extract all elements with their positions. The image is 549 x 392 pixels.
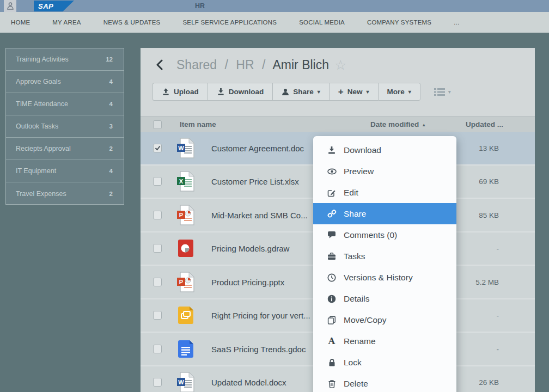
- page-body: Training Activities 12 Approve Goals 4 T…: [0, 33, 549, 392]
- gdoc-file-icon: [175, 340, 196, 358]
- menu-item-label: Details: [344, 294, 369, 304]
- favorite-star-icon[interactable]: ☆: [334, 58, 346, 72]
- file-name[interactable]: Pricing Models.gdraw: [211, 244, 289, 253]
- file-size: -: [497, 345, 499, 353]
- upload-button[interactable]: Upload: [152, 83, 208, 101]
- count-badge: 3: [109, 123, 113, 130]
- share-button[interactable]: Share ▾: [272, 83, 329, 101]
- download-button[interactable]: Download: [208, 83, 273, 101]
- more-button[interactable]: More ▾: [378, 83, 420, 101]
- upload-label: Upload: [174, 88, 199, 96]
- download-icon: [327, 146, 337, 155]
- menu-item-share[interactable]: Share: [313, 203, 456, 224]
- toolbar: Upload Download Share ▾ +: [152, 83, 451, 101]
- check-icon: [155, 145, 161, 151]
- row-checkbox[interactable]: [153, 345, 162, 353]
- menu-item-comments[interactable]: Comments (0): [313, 224, 456, 246]
- user-button[interactable]: [4, 0, 16, 12]
- link-icon: [327, 209, 337, 218]
- sort-asc-icon: ▲: [422, 122, 426, 127]
- sidebar-item-label: TIME Attendance: [16, 100, 68, 108]
- sidebar-item-label: Reciepts Approval: [16, 145, 71, 152]
- row-checkbox[interactable]: [153, 244, 162, 253]
- select-all-checkbox[interactable]: [153, 120, 162, 129]
- column-header-updated[interactable]: Updated ...: [466, 117, 503, 132]
- file-context-menu: Download Preview Edit Share: [313, 136, 456, 392]
- count-badge: 4: [109, 78, 113, 85]
- row-checkbox[interactable]: [153, 311, 162, 320]
- nav-item-social-media[interactable]: SOCIAL MEDIA: [299, 19, 345, 26]
- word-file-icon: W: [175, 138, 196, 158]
- menu-item-rename[interactable]: A Rename: [313, 330, 456, 352]
- row-checkbox[interactable]: [153, 211, 162, 219]
- menu-item-tasks[interactable]: Tasks: [313, 246, 456, 267]
- breadcrumb-current-folder: Amir Blich: [272, 58, 329, 72]
- menu-item-lock[interactable]: Lock: [313, 352, 456, 373]
- breadcrumb-separator: /: [225, 58, 228, 72]
- edit-icon: [327, 188, 337, 197]
- sidebar-item-training-activities[interactable]: Training Activities 12: [6, 48, 124, 71]
- menu-item-delete[interactable]: Delete: [313, 373, 456, 392]
- file-name[interactable]: Customer Price List.xlsx: [211, 177, 299, 186]
- word-file-icon: W: [175, 372, 196, 392]
- file-name[interactable]: Updated Model.docx: [211, 378, 286, 387]
- briefcase-icon: [327, 252, 337, 260]
- nav-item-home[interactable]: HOME: [11, 19, 30, 26]
- nav-item-self-service[interactable]: SELF SERVICE APPLICATIONS: [182, 19, 277, 26]
- row-checkbox[interactable]: [153, 177, 162, 186]
- plus-icon: +: [338, 87, 344, 97]
- row-checkbox[interactable]: [153, 278, 162, 286]
- more-label: More: [387, 88, 405, 96]
- menu-item-label: Tasks: [344, 252, 365, 261]
- sidebar-item-outlook-tasks[interactable]: Outlook Tasks 3: [6, 115, 124, 138]
- file-size: 69 KB: [479, 177, 499, 186]
- sidebar-item-label: Approve Goals: [16, 78, 61, 85]
- count-badge: 4: [109, 101, 113, 107]
- share-label: Share: [293, 88, 314, 96]
- svg-text:W: W: [178, 379, 184, 385]
- sidebar-item-approve-goals[interactable]: Approve Goals 4: [6, 71, 124, 93]
- menu-item-details[interactable]: Details: [313, 288, 456, 309]
- caret-down-icon: ▾: [408, 89, 411, 95]
- comment-icon: [327, 231, 337, 239]
- menu-item-download[interactable]: Download: [313, 139, 456, 161]
- file-size: 5.2 MB: [475, 278, 499, 286]
- sidebar-item-travel-expenses[interactable]: Travel Expenses 2: [6, 182, 124, 205]
- column-header-item-name[interactable]: Item name: [180, 117, 216, 132]
- file-name[interactable]: SaaS Pricing Trends.gdoc: [211, 344, 306, 353]
- menu-item-preview[interactable]: Preview: [313, 161, 456, 182]
- file-name[interactable]: Mid-Market and SMB Co...: [211, 210, 308, 219]
- menu-item-edit[interactable]: Edit: [313, 182, 456, 203]
- row-checkbox[interactable]: [153, 144, 162, 152]
- row-checkbox[interactable]: [153, 378, 162, 387]
- sidebar-item-label: Training Activities: [16, 56, 69, 63]
- breadcrumb-shared[interactable]: Shared: [176, 58, 217, 72]
- info-icon: [327, 295, 337, 303]
- nav-item-overflow[interactable]: ...: [454, 19, 459, 26]
- person-icon: [7, 2, 14, 10]
- back-button[interactable]: [156, 58, 170, 72]
- file-name[interactable]: Right Pricing for your vert...: [211, 311, 310, 320]
- file-size: 85 KB: [479, 211, 499, 219]
- new-button[interactable]: + New ▾: [329, 83, 378, 101]
- nav-item-company-systems[interactable]: COMPANY SYSTEMS: [367, 19, 431, 26]
- share-person-icon: [282, 88, 289, 96]
- count-badge: 2: [109, 191, 113, 197]
- column-header-date-modified[interactable]: Date modified▲: [370, 117, 426, 133]
- file-size: 26 KB: [479, 378, 499, 387]
- nav-item-news-updates[interactable]: NEWS & UPDATES: [103, 19, 161, 26]
- breadcrumb-hr[interactable]: HR: [236, 58, 254, 72]
- file-name[interactable]: Customer Agreement.doc: [211, 143, 304, 152]
- sidebar-item-reciepts-approval[interactable]: Reciepts Approval 2: [6, 138, 124, 160]
- sidebar-item-time-attendance[interactable]: TIME Attendance 4: [6, 93, 124, 115]
- file-name[interactable]: Product Pricing.pptx: [211, 277, 284, 286]
- nav-item-my-area[interactable]: MY AREA: [52, 19, 81, 26]
- count-badge: 2: [109, 145, 113, 152]
- list-view-toggle[interactable]: ▾: [434, 88, 451, 96]
- caret-down-icon: ▾: [367, 89, 369, 95]
- sidebar-item-it-equipment[interactable]: IT Equipment 4: [6, 160, 124, 182]
- menu-item-label: Share: [344, 209, 366, 219]
- menu-item-label: Edit: [344, 188, 358, 198]
- menu-item-versions-history[interactable]: Versions & History: [313, 267, 456, 288]
- menu-item-move-copy[interactable]: Move/Copy: [313, 309, 456, 330]
